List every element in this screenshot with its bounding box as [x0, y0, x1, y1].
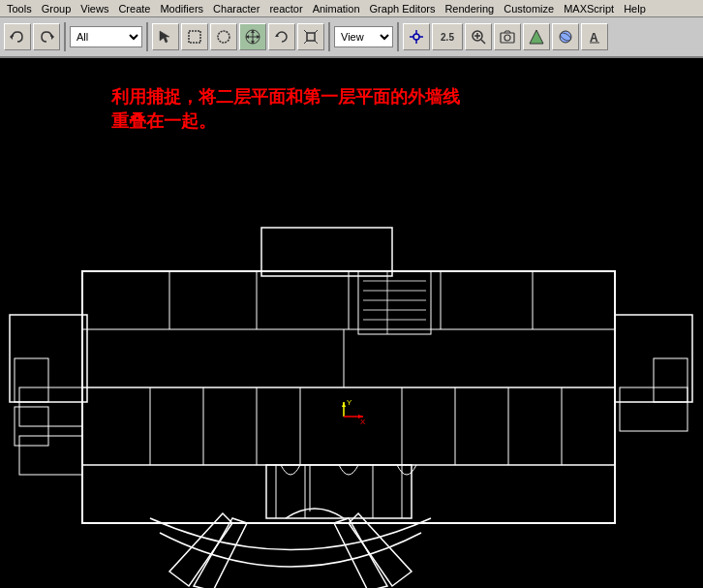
menu-rendering[interactable]: Rendering: [440, 2, 499, 15]
text-button[interactable]: A: [581, 23, 608, 50]
camera-button[interactable]: [494, 23, 521, 50]
svg-rect-41: [654, 358, 688, 402]
render-button[interactable]: [523, 23, 550, 50]
svg-rect-72: [19, 436, 82, 475]
svg-line-17: [315, 41, 318, 44]
svg-line-14: [304, 30, 307, 33]
menu-animation[interactable]: Animation: [308, 2, 365, 15]
menu-views[interactable]: Views: [76, 2, 113, 15]
view-dropdown[interactable]: View Screen Local: [334, 26, 393, 47]
svg-rect-13: [307, 33, 315, 41]
svg-line-15: [315, 30, 318, 33]
separator-3: [328, 22, 330, 51]
svg-text:Y: Y: [347, 398, 352, 407]
toolbar: All Geometry Shapes View: [0, 17, 703, 58]
menu-group[interactable]: Group: [37, 2, 76, 15]
svg-rect-66: [266, 465, 412, 518]
svg-text:X: X: [360, 418, 366, 426]
svg-point-18: [413, 34, 419, 40]
svg-point-4: [218, 31, 229, 43]
menu-create[interactable]: Create: [113, 2, 155, 15]
circle-select-button[interactable]: [210, 23, 237, 50]
material-button[interactable]: [552, 23, 579, 50]
undo-button[interactable]: [4, 23, 31, 50]
scale-tool-button[interactable]: [297, 23, 324, 50]
instruction-text: 利用捕捉，将二层平面和第一层平面的外墙线 重叠在一起。: [111, 85, 460, 134]
menu-graph-editors[interactable]: Graph Editors: [365, 2, 441, 15]
rect-select-button[interactable]: [181, 23, 208, 50]
menu-tools[interactable]: Tools: [2, 2, 37, 15]
menu-help[interactable]: Help: [619, 2, 651, 15]
zoom-in-button[interactable]: [465, 23, 492, 50]
svg-rect-36: [261, 228, 392, 276]
separator-2: [146, 22, 148, 51]
svg-marker-76: [342, 402, 346, 407]
selection-filter-dropdown[interactable]: All Geometry Shapes: [70, 26, 142, 47]
separator-4: [397, 22, 399, 51]
select-tool-button[interactable]: [152, 23, 179, 50]
menu-character[interactable]: Character: [208, 2, 264, 15]
menu-bar: Tools Group Views Create Modifiers Chara…: [0, 0, 703, 17]
svg-marker-2: [160, 31, 169, 43]
move-tool-button[interactable]: [239, 23, 266, 50]
separator-1: [64, 22, 66, 51]
svg-marker-1: [51, 34, 54, 40]
svg-line-24: [481, 40, 485, 44]
svg-marker-29: [530, 30, 543, 44]
menu-reactor[interactable]: reactor: [264, 2, 307, 15]
svg-marker-0: [10, 34, 13, 40]
menu-maxscript[interactable]: MAXScript: [559, 2, 619, 15]
floorplan-svg: Y X: [0, 58, 703, 588]
main-viewport[interactable]: 利用捕捉，将二层平面和第一层平面的外墙线 重叠在一起。: [0, 58, 703, 588]
svg-point-28: [504, 35, 510, 41]
zoom-value-display: 2.5: [432, 23, 463, 50]
redo-button[interactable]: [33, 23, 60, 50]
svg-rect-3: [189, 31, 200, 43]
snap-toggle-button[interactable]: [403, 23, 430, 50]
menu-customize[interactable]: Customize: [499, 2, 559, 15]
menu-modifiers[interactable]: Modifiers: [155, 2, 208, 15]
rotate-tool-button[interactable]: [268, 23, 295, 50]
svg-line-16: [304, 41, 307, 44]
